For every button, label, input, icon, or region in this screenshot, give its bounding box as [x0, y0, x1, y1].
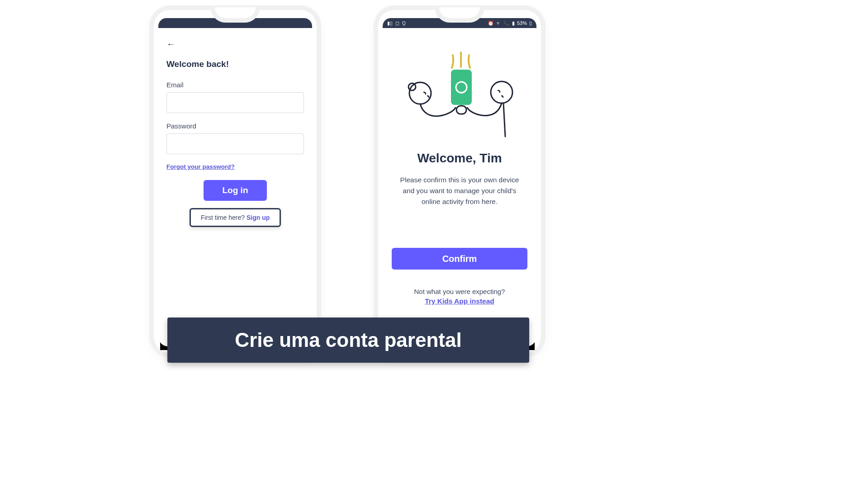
- kids-app-link[interactable]: Try Kids App instead: [425, 297, 494, 305]
- picture-icon: ◻: [395, 20, 399, 26]
- signup-prompt-text: First time here?: [201, 214, 247, 221]
- phone-notch: [435, 7, 484, 23]
- battery-icon: ▯: [529, 20, 532, 26]
- welcome-screen: Welcome, Tim Please confirm this is your…: [383, 28, 536, 346]
- svg-rect-5: [456, 106, 466, 114]
- app-icon: Q: [402, 21, 406, 26]
- battery-text: 53%: [517, 20, 527, 26]
- signal-icon: ▮: [512, 20, 515, 26]
- signup-link[interactable]: Sign up: [247, 214, 270, 221]
- phone-mockup-welcome: ▮▯ ◻ Q ⏰ ᯤ 📞 ▮ 53% ▯: [378, 10, 541, 353]
- wifi-icon: ᯤ: [496, 20, 501, 26]
- alarm-icon: ⏰: [488, 20, 494, 26]
- family-illustration: [398, 47, 521, 137]
- back-arrow-icon[interactable]: ←: [166, 39, 177, 49]
- not-expecting-text: Not what you were expecting?: [414, 288, 505, 295]
- password-field[interactable]: [166, 133, 304, 154]
- login-screen: ← Welcome back! Email Password Forgot yo…: [158, 28, 312, 346]
- call-icon: 📞: [503, 20, 510, 26]
- welcome-title: Welcome, Tim: [417, 151, 502, 166]
- status-left-icons: ▮▯: [387, 20, 393, 26]
- signup-callout[interactable]: First time here? Sign up: [190, 208, 281, 227]
- page-title: Welcome back!: [166, 59, 304, 69]
- svg-rect-0: [451, 70, 472, 105]
- password-label: Password: [166, 122, 304, 130]
- forgot-password-link[interactable]: Forgot your password?: [166, 163, 304, 170]
- phone-mockup-login: ← Welcome back! Email Password Forgot yo…: [154, 10, 317, 353]
- email-label: Email: [166, 81, 304, 89]
- svg-point-4: [491, 81, 512, 103]
- confirm-button[interactable]: Confirm: [392, 248, 527, 270]
- phone-notch: [210, 7, 260, 23]
- login-button[interactable]: Log in: [204, 180, 267, 201]
- welcome-description: Please confirm this is your own device a…: [396, 175, 523, 207]
- caption-banner: Crie uma conta parental: [167, 317, 529, 363]
- email-field[interactable]: [166, 92, 304, 113]
- svg-point-2: [409, 82, 431, 104]
